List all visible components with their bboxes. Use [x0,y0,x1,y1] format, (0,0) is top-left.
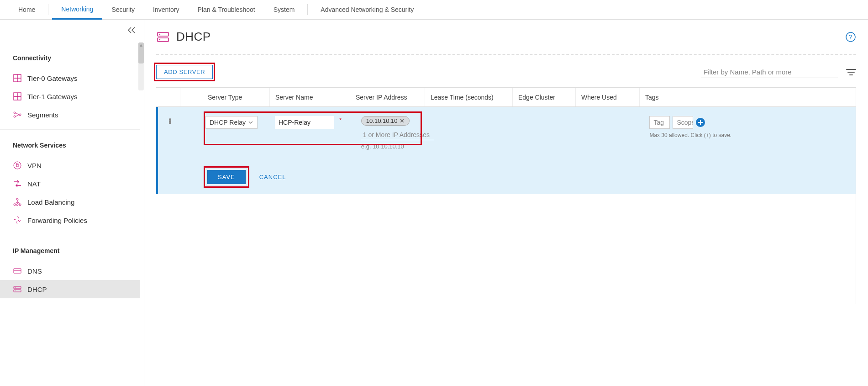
vpn-icon [13,161,22,170]
sidebar-item-nat[interactable]: NAT [0,174,140,193]
sidebar-scrollbar[interactable] [138,42,144,90]
column-edge-cluster[interactable]: Edge Cluster [512,88,575,106]
server-name-input[interactable] [275,116,334,129]
tab-plan-troubleshoot[interactable]: Plan & Troubleshoot [189,0,264,20]
dns-icon [13,266,22,275]
sidebar-item-vpn[interactable]: VPN [0,156,140,174]
segments-icon [13,110,22,119]
tier0-icon [13,74,22,83]
server-type-dropdown[interactable]: DHCP Relay [205,116,258,129]
sidebar-item-segments[interactable]: Segments [0,106,140,124]
dhcp-icon [13,285,22,294]
svg-point-18 [159,33,160,34]
sidebar-item-dns[interactable]: DNS [0,262,140,280]
nav-separator [48,4,48,15]
tag-hint: Max 30 allowed. Click (+) to save. [649,132,854,139]
ip-address-input[interactable]: 1 or More IP Addresses [361,128,434,140]
tag-input[interactable]: Tag [649,116,670,129]
server-type-value: DHCP Relay [210,119,246,126]
tab-home[interactable]: Home [9,0,44,20]
dhcp-table: Server Type Server Name Server IP Addres… [156,87,856,304]
svg-point-4 [19,114,21,116]
svg-point-14 [15,287,16,288]
column-tags[interactable]: Tags [639,88,856,106]
svg-point-7 [16,198,18,200]
svg-point-8 [14,204,16,206]
svg-point-10 [19,204,21,206]
tab-system[interactable]: System [264,0,304,20]
column-server-ip[interactable]: Server IP Address [350,88,425,106]
svg-rect-16 [158,32,168,36]
sidebar-item-tier0-gateways[interactable]: Tier-0 Gateways [0,69,140,87]
svg-rect-11 [14,269,21,273]
ip-address-hint: e.g. 10.10.10.10 [361,143,434,150]
forwarding-policies-icon [13,216,22,225]
cancel-button[interactable]: CANCEL [259,174,286,180]
tier1-icon [13,92,22,101]
row-actions-menu[interactable]: ••• [168,116,171,127]
sidebar-item-label: Tier-0 Gateways [27,74,77,82]
svg-point-9 [16,204,18,206]
tab-security[interactable]: Security [102,0,144,20]
add-server-button[interactable]: ADD SERVER [156,65,213,79]
tab-networking[interactable]: Networking [52,0,102,20]
ip-address-chip[interactable]: 10.10.10.10 ✕ [361,116,410,126]
sidebar-heading-ip-management: IP Management [0,243,140,262]
sidebar-item-label: VPN [27,162,42,169]
sidebar-item-dhcp[interactable]: DHCP [0,280,140,298]
sidebar-item-label: Segments [27,111,58,119]
sidebar-item-label: Tier-1 Gateways [27,93,77,100]
column-server-type[interactable]: Server Type [202,88,269,106]
nav-separator [307,4,308,15]
add-tag-button[interactable] [696,118,705,127]
column-where-used[interactable]: Where Used [575,88,639,106]
svg-rect-6 [16,164,18,167]
sidebar-item-label: Forwarding Policies [27,217,87,224]
sidebar-item-tier1-gateways[interactable]: Tier-1 Gateways [0,87,140,106]
table-row-edit: ••• DHCP Relay [156,107,856,194]
column-server-name[interactable]: Server Name [269,88,350,106]
scope-input[interactable]: Scope [673,116,693,129]
nat-icon [13,179,22,188]
sidebar-item-forwarding-policies[interactable]: Forwarding Policies [0,211,140,229]
svg-point-2 [14,112,16,114]
ip-address-value: 10.10.10.10 [366,117,398,124]
required-indicator: * [339,116,342,124]
sidebar-item-label: DNS [27,267,42,275]
column-blank [180,88,202,106]
tab-advanced-networking-security[interactable]: Advanced Networking & Security [311,0,423,20]
sidebar-heading-connectivity: Connectivity [0,51,140,69]
svg-rect-17 [158,38,168,42]
sidebar-item-label: DHCP [27,286,47,293]
svg-text:?: ? [849,33,852,41]
column-expand [156,88,180,106]
page-title: DHCP [176,30,211,44]
topnav: Home Networking Security Inventory Plan … [0,0,868,20]
sidebar-heading-network-services: Network Services [0,138,140,156]
filter-input[interactable] [701,66,838,78]
main-content: DHCP ? ADD SERVER Server Type Server Nam… [144,20,868,386]
svg-point-5 [14,162,21,169]
svg-point-3 [14,116,16,117]
table-header: Server Type Server Name Server IP Addres… [156,88,856,107]
scroll-up-arrow[interactable]: ▲ [138,42,144,48]
remove-ip-icon[interactable]: ✕ [400,117,405,124]
load-balancing-icon [13,197,22,206]
column-lease-time[interactable]: Lease Time (seconds) [425,88,512,106]
sidebar-item-label: Load Balancing [27,198,74,206]
sidebar-item-load-balancing[interactable]: Load Balancing [0,193,140,211]
help-icon[interactable]: ? [845,32,856,42]
save-button[interactable]: SAVE [207,170,246,184]
svg-point-15 [15,291,16,291]
tab-inventory[interactable]: Inventory [144,0,189,20]
filter-icon[interactable] [846,69,856,76]
dhcp-page-icon [156,30,170,44]
sidebar-item-label: NAT [27,180,41,188]
svg-point-19 [159,39,160,40]
chevron-down-icon [248,120,253,125]
sidebar: ▲ Connectivity Tier-0 Gateways Tier-1 Ga… [0,20,144,386]
